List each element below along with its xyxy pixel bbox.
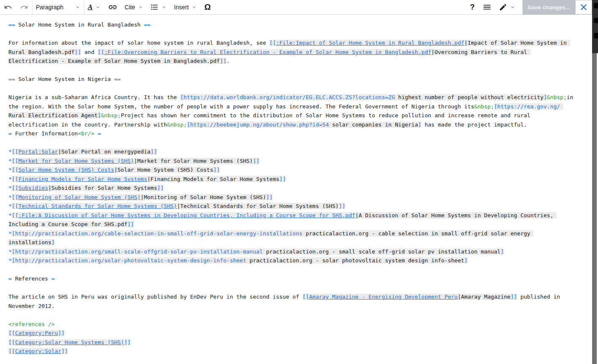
code-line[interactable]: For information about the impact of sola… <box>8 38 592 48</box>
code-segment: [[ <box>12 212 19 218</box>
code-line[interactable]: == Solar Home System in Rural Bangladesh… <box>8 20 592 30</box>
code-line[interactable]: *[[Solar Home System (SHS) Costs|Solar H… <box>8 165 592 175</box>
undo-arrow-icon <box>4 3 12 11</box>
code-segment: [https://beebeejump.ng/about/show.php?id… <box>187 121 329 128</box>
code-segment: |Impact of Solar Home System in <box>464 40 570 46</box>
code-line[interactable]: electrification in the country. Partners… <box>8 120 592 129</box>
code-line[interactable]: Rural Bangladesh.pdf]] and [[:File:Overc… <box>8 48 592 57</box>
code-segment: Solar Home System in Rural Bangladesh <box>15 22 144 28</box>
close-button[interactable] <box>575 0 592 14</box>
insert-dropdown[interactable]: Insert <box>170 0 200 14</box>
code-segment: |A Discussion of Solar Home Systems in D… <box>355 212 557 218</box>
cite-dropdown[interactable]: Cite <box>121 0 147 14</box>
code-segment: == <box>8 22 15 28</box>
code-line[interactable]: *[http://practicalaction.org/solar-photo… <box>8 256 592 265</box>
menu-button[interactable] <box>479 0 495 14</box>
pencil-icon <box>499 3 507 11</box>
code-line[interactable]: *[[Monitoring of Solar Home System (SHS)… <box>8 193 592 202</box>
code-segment: has made the project impactful. <box>421 121 527 128</box>
code-segment: [http://practicalaction.org/solar-photov… <box>12 257 246 264</box>
code-line[interactable]: *[http://practicalaction.org/small-scale… <box>8 247 592 256</box>
code-line[interactable] <box>8 283 592 293</box>
link-button[interactable] <box>104 0 121 14</box>
code-line[interactable]: [[Category:Solar Home Systems (SHS)]] <box>8 338 592 347</box>
code-segment: [[ <box>8 348 15 354</box>
code-segment: * <box>8 194 12 200</box>
code-line[interactable]: Nigeria is a sub-Saharan Africa Country.… <box>8 93 592 102</box>
code-segment: :File:A Discussion of Solar Home Systems… <box>18 212 355 218</box>
code-segment: |Monitoring of Solar Home System (SHS) <box>141 194 266 200</box>
code-segment: References <box>12 275 51 282</box>
code-segment: &nbsp; <box>101 112 121 119</box>
code-line[interactable] <box>8 66 592 75</box>
code-line[interactable] <box>8 265 592 275</box>
code-line[interactable]: <references /> <box>8 320 592 329</box>
code-segment: Amaray Magazine - Energising Development… <box>309 294 457 300</box>
code-segment: Including a Course Scope for SHS.pdf <box>8 221 127 227</box>
code-line[interactable]: = References = <box>8 274 592 283</box>
code-line[interactable]: the region. With the Solar home System, … <box>8 102 592 111</box>
code-line[interactable]: *[[Market for Solar Home Systems (SHS)|M… <box>8 156 592 166</box>
code-line[interactable]: == Solar Home System in Nigeria == <box>8 75 592 84</box>
chevron-down-icon <box>95 4 101 10</box>
code-line[interactable] <box>8 310 592 320</box>
edit-mode-dropdown[interactable] <box>495 0 519 14</box>
code-line[interactable]: November 2012. <box>8 302 592 311</box>
code-line[interactable]: *[[Technical Standards for Solar Home Sy… <box>8 202 592 211</box>
code-segment: |Subsidies for Solar Home Systems <box>48 185 157 191</box>
code-segment: Solar Home System in Nigeria <box>15 76 114 82</box>
omega-icon: Ω <box>204 3 211 12</box>
paragraph-format-dropdown[interactable]: Paragraph <box>32 0 84 14</box>
cite-label: Cite <box>124 4 135 11</box>
paragraph-format-label: Paragraph <box>36 4 63 11</box>
scrollbar-thumb[interactable] <box>592 53 597 364</box>
redo-button[interactable] <box>16 0 32 14</box>
chevron-down-icon <box>191 4 197 10</box>
code-segment: ]] <box>124 339 131 345</box>
panel-dot-icon <box>594 18 598 23</box>
code-line[interactable]: The article on SHS in Peru was originall… <box>8 292 592 302</box>
code-line[interactable]: installations] <box>8 238 592 247</box>
code-segment: For information about the impact of sola… <box>8 40 269 46</box>
code-line[interactable]: *[[Subsidies|Subsidies for Solar Home Sy… <box>8 183 592 193</box>
code-line[interactable]: = Further Information<br/> = <box>8 129 592 138</box>
code-segment: [https://data.worldbank.org/indicator/EG… <box>180 94 395 100</box>
code-line[interactable]: *[[Financing Models for Solar Home Syste… <box>8 175 592 184</box>
list-structure-dropdown[interactable] <box>147 0 170 14</box>
code-line[interactable]: *[[:File:A Discussion of Solar Home Syst… <box>8 211 592 220</box>
editor-content[interactable]: == Solar Home System in Rural Bangladesh… <box>0 15 592 364</box>
code-segment: Subsidies <box>18 185 48 191</box>
text-style-dropdown[interactable]: A <box>84 0 104 14</box>
code-line[interactable] <box>8 138 592 148</box>
help-button[interactable]: ? <box>466 0 479 14</box>
chevron-down-icon <box>138 4 143 10</box>
code-segment: &nbsp; <box>474 103 494 110</box>
code-line[interactable]: [[Category:Solar]] <box>8 347 592 356</box>
code-line[interactable]: Rural Electrification Agent]&nbsp;Projec… <box>8 111 592 120</box>
code-line[interactable]: Including a Course Scope for SHS.pdf]] <box>8 220 592 229</box>
code-segment: ]] <box>61 348 68 354</box>
chain-link-icon <box>108 3 117 12</box>
code-segment: ] <box>51 239 55 245</box>
code-line[interactable]: *[[Portal:Solar|Solar Portal on energype… <box>8 147 592 156</box>
code-line[interactable] <box>8 30 592 39</box>
code-segment: * <box>8 158 12 164</box>
code-segment: Market for Solar Home Systems (SHS) <box>18 158 134 164</box>
code-segment: [[ <box>12 158 19 164</box>
save-changes-button[interactable]: Save changes... <box>522 0 575 15</box>
code-line[interactable]: Electrification - Example of Solar Home … <box>8 57 592 66</box>
code-line[interactable]: [[Category:Peru]] <box>8 329 592 338</box>
special-character-button[interactable]: Ω <box>200 0 214 14</box>
code-segment: * <box>8 230 12 237</box>
bullet-list-icon <box>150 3 159 11</box>
code-line[interactable]: *[http://practicalaction.org/cable-selec… <box>8 229 592 238</box>
code-segment: * <box>8 176 12 182</box>
code-segment: * <box>8 212 12 218</box>
chevron-down-icon <box>75 4 81 10</box>
code-segment: [http://practicalaction.org/small-scale-… <box>12 248 263 255</box>
code-line[interactable] <box>8 84 592 93</box>
undo-button[interactable] <box>0 0 16 14</box>
code-segment: * <box>8 248 12 255</box>
code-segment: Category:Peru <box>15 330 58 336</box>
code-segment: ]] <box>58 330 65 336</box>
